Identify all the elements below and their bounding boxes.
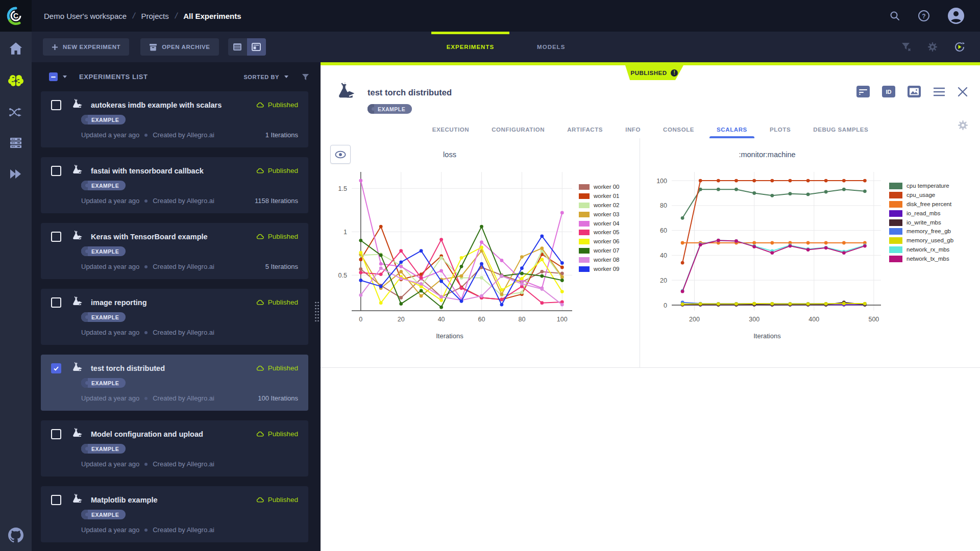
detail-tab-scalars[interactable]: SCALARS [716,120,748,138]
queues-icon[interactable] [8,167,23,181]
detail-tab-plots[interactable]: PLOTS [769,120,792,138]
experiment-card[interactable]: autokeras imdb example with scalarsPubli… [41,91,308,147]
detail-tab-info[interactable]: INFO [624,120,642,138]
clear-filters-icon[interactable] [901,42,912,52]
open-archive-button[interactable]: OPEN ARCHIVE [140,38,218,56]
experiment-card[interactable]: test torch distributedPublishedEXAMPLEUp… [41,355,308,411]
experiment-tag[interactable]: EXAMPLE [81,181,126,190]
svg-text:20: 20 [660,277,667,284]
experiment-tag[interactable]: EXAMPLE [81,115,126,124]
legend-item-worker-03[interactable]: worker 03 [579,211,639,218]
experiment-checkbox[interactable] [51,363,61,373]
scalars-settings-gear-icon[interactable] [957,119,969,131]
pipelines-icon[interactable] [9,106,23,118]
home-icon[interactable] [9,42,23,55]
list-filter-icon[interactable] [302,73,309,81]
legend-item-memory_free_gb[interactable]: memory_free_gb [889,228,980,235]
details-icon[interactable] [856,86,870,97]
legend-item-worker-00[interactable]: worker 00 [579,183,639,190]
detail-tab-configuration[interactable]: CONFIGURATION [491,120,546,138]
experiment-tag[interactable]: EXAMPLE [81,444,126,454]
close-icon[interactable] [958,87,968,97]
experiment-status: Published [256,298,298,306]
clearml-logo[interactable]: C [0,0,32,32]
detail-tab-debug-samples[interactable]: DEBUG SAMPLES [812,120,869,138]
legend-item-io_write_mbs[interactable]: io_write_mbs [889,219,980,226]
panel-resize-handle[interactable] [314,301,320,321]
legend-item-worker-08[interactable]: worker 08 [579,256,639,263]
experiment-tag[interactable]: EXAMPLE [81,246,126,256]
help-icon[interactable]: ? [918,10,930,22]
experiments-list-panel: EXPERIMENTS LIST SORTED BY autokeras imd… [32,62,321,551]
id-icon[interactable]: ID [882,86,895,97]
legend-swatch [579,184,590,190]
workers-icon[interactable] [9,137,23,149]
experiment-card[interactable]: Matplotlib examplePublishedEXAMPLEUpdate… [41,486,308,542]
main-tab-models[interactable]: MODELS [522,32,580,62]
legend-item-cpu-temperature[interactable]: cpu temperature [889,182,980,189]
experiment-card[interactable]: fastai with tensorboard callbackPublishe… [41,157,308,213]
menu-icon[interactable] [933,87,945,96]
scalar-charts-area: loss 0.511.5020406080100 Iterations work… [321,138,980,368]
legend-item-worker-09[interactable]: worker 09 [579,265,639,272]
experiment-checkbox[interactable] [51,297,61,308]
svg-text:500: 500 [868,316,879,323]
breadcrumb-projects[interactable]: Projects [141,12,169,20]
new-experiment-button[interactable]: NEW EXPERIMENT [43,38,129,56]
experiment-updated: Updated a year ago [81,329,139,336]
cloud-published-icon [256,431,265,437]
select-all-checkbox[interactable] [49,72,58,81]
experiment-tag[interactable]: EXAMPLE [81,378,126,388]
sorted-by-button[interactable]: SORTED BY [243,74,288,80]
legend-item-memory_used_gb[interactable]: memory_used_gb [889,237,980,244]
experiment-tag[interactable]: EXAMPLE [81,312,126,322]
breadcrumb-workspace[interactable]: Demo User's workspace [44,12,127,20]
x-axis-label: Iterations [436,332,463,340]
experiment-type-icon [70,362,83,374]
legend-item-io_read_mbs[interactable]: io_read_mbs [889,210,980,217]
experiment-checkbox[interactable] [51,495,61,505]
projects-icon[interactable] [8,73,24,88]
experiment-tag[interactable]: EXAMPLE [81,510,126,519]
legend-item-disk_free-percent[interactable]: disk_free percent [889,201,980,208]
search-icon[interactable] [889,10,900,21]
experiment-card[interactable]: Model configuration and uploadPublishedE… [41,420,308,477]
experiment-checkbox[interactable] [51,100,61,110]
experiment-detail-tag[interactable]: EXAMPLE [368,104,412,116]
detail-tab-artifacts[interactable]: ARTIFACTS [566,120,604,138]
detail-tab-console[interactable]: CONSOLE [662,120,695,138]
detail-tab-execution[interactable]: EXECUTION [431,120,471,138]
legend-item-cpu_usage[interactable]: cpu_usage [889,191,980,198]
github-icon[interactable] [8,528,23,543]
legend-swatch [579,193,590,199]
select-dropdown-caret-icon[interactable] [63,76,67,78]
experiment-card[interactable]: image reportingPublishedEXAMPLEUpdated a… [41,289,308,345]
auto-refresh-icon[interactable] [953,41,966,53]
legend-item-worker-07[interactable]: worker 07 [579,247,639,254]
experiment-detail-panel: PUBLISHED ! test torch distributed EXAMP… [321,62,980,551]
legend-item-network_rx_mbs[interactable]: network_rx_mbs [889,246,980,253]
settings-icon[interactable] [927,41,938,53]
legend-item-worker-06[interactable]: worker 06 [579,238,639,245]
loss-chart-plot[interactable]: 0.511.5020406080100 [323,162,576,330]
graph-visibility-eye-button[interactable] [330,145,351,164]
profile-avatar[interactable] [947,7,965,24]
status-info-icon[interactable]: ! [671,69,678,77]
legend-item-worker-04[interactable]: worker 04 [579,220,639,227]
legend-item-worker-05[interactable]: worker 05 [579,229,639,236]
legend-item-worker-01[interactable]: worker 01 [579,192,639,199]
detail-view-icon[interactable] [247,38,266,56]
debug-image-icon[interactable] [908,86,921,97]
experiment-updated: Updated a year ago [81,460,139,468]
table-view-icon[interactable] [228,38,247,56]
legend-item-worker-02[interactable]: worker 02 [579,202,639,209]
experiment-checkbox[interactable] [51,232,61,242]
experiments-list-title: EXPERIMENTS LIST [79,73,148,81]
legend-item-network_tx_mbs[interactable]: network_tx_mbs [889,255,980,262]
legend-swatch [889,237,902,244]
monitor-machine-chart-plot[interactable]: 020406080100200300400500 [647,162,887,330]
main-tab-experiments[interactable]: EXPERIMENTS [431,32,509,62]
experiment-card[interactable]: Keras with TensorBoard examplePublishedE… [41,223,308,279]
experiment-checkbox[interactable] [51,166,61,176]
experiment-checkbox[interactable] [51,429,61,439]
